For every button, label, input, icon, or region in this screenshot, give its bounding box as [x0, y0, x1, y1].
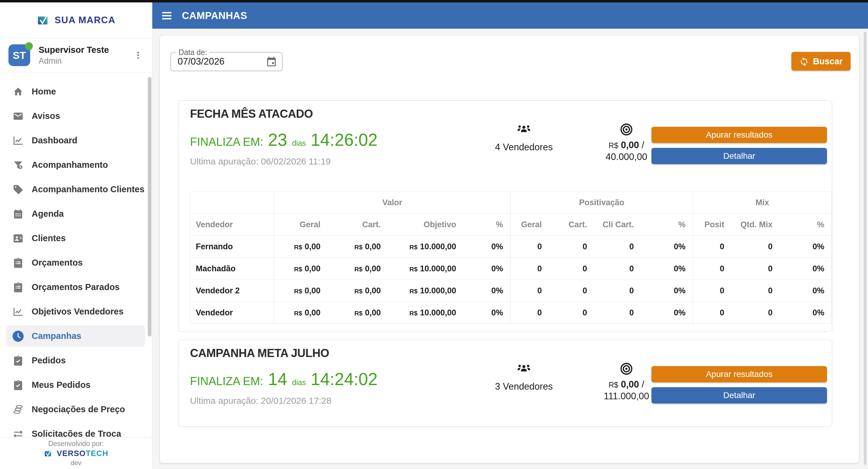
campaign-card: CAMPANHA META JULHO FINALIZA EM: 14 dias…: [178, 340, 832, 427]
table-cell: 0: [693, 302, 738, 324]
table-cell: 0: [738, 258, 786, 280]
table-cell: 0: [510, 280, 556, 302]
user-menu-kebab-icon[interactable]: [132, 48, 144, 62]
sidebar-item-dashboard[interactable]: Dashboard: [0, 128, 152, 153]
buscar-button[interactable]: Buscar: [792, 52, 850, 70]
table-cell: 0: [601, 280, 648, 302]
table-group-header: [190, 192, 274, 214]
table-column-header: Qtd. Mix: [738, 214, 786, 236]
finaliza-label: FINALIZA EM:: [190, 136, 263, 148]
table-row: FernandoR$0,00R$0,00R$10.000,000%0000%00…: [190, 236, 832, 258]
calendar-icon: [12, 208, 24, 220]
table-cell: R$0,00: [274, 280, 335, 302]
table-cell: 0%: [786, 302, 832, 324]
table-column-header: Geral: [274, 214, 335, 236]
target-icon: [619, 122, 633, 137]
table-cell: 0: [510, 258, 556, 280]
sidebar-item-agenda[interactable]: Agenda: [0, 202, 152, 226]
detalhar-button[interactable]: Detalhar: [651, 148, 827, 164]
funnel-dollar-icon: [12, 159, 24, 171]
sidebar-item-acompanhamento-clientes[interactable]: Acompanhamento Clientes: [0, 177, 152, 202]
sidebar-scrollbar[interactable]: [148, 77, 151, 336]
page-scrollbar[interactable]: [864, 32, 867, 465]
buscar-label: Buscar: [813, 56, 843, 66]
table-cell: 0%: [470, 258, 510, 280]
sidebar-item-negociacoes-de-preco[interactable]: Negociações de Preço: [0, 397, 152, 421]
countdown-days-unit: dias: [292, 378, 306, 387]
campaign-title: FECHA MÊS ATACADO: [190, 108, 313, 120]
table-cell: 0: [693, 280, 738, 302]
table-cell: 0: [556, 236, 601, 258]
clipboard-list-icon: [12, 257, 24, 269]
table-cell: 0%: [648, 236, 693, 258]
campaign-last-check: Ultima apuração: 20/01/2026 17:28: [190, 395, 332, 406]
table-cell: 0%: [648, 302, 693, 324]
clipboard-check-icon: [12, 379, 24, 391]
date-field[interactable]: Data de:: [170, 52, 283, 71]
countdown-days-unit: dias: [292, 139, 306, 148]
vendors-count: 3 Vendedores: [474, 381, 574, 392]
table-group-header: Mix: [693, 192, 832, 214]
sidebar-item-campanhas[interactable]: Campanhas: [0, 324, 152, 348]
people-group-icon: [516, 362, 531, 377]
people-group-icon: [516, 122, 531, 138]
sidebar-item-acompanhamento[interactable]: Acompanhamento: [0, 153, 152, 177]
sidebar-item-meus-pedidos[interactable]: Meus Pedidos: [0, 373, 152, 397]
sidebar-item-clientes[interactable]: Clientes: [0, 226, 152, 251]
versotech-tech: TECH: [86, 449, 108, 458]
table-column-header: %: [786, 214, 832, 236]
vendedor-name: Machadão: [190, 258, 274, 280]
table-column-header: Cart.: [335, 214, 395, 236]
table-row: MachadãoR$0,00R$0,00R$10.000,000%0000%00…: [190, 258, 832, 280]
sidebar-item-orcamentos[interactable]: Orçamentos: [0, 251, 152, 275]
date-input[interactable]: [178, 53, 253, 70]
user-role: Admin: [39, 56, 109, 66]
campaign-vendors: 4 Vendedores: [474, 122, 574, 153]
sidebar-item-pedidos[interactable]: Pedidos: [0, 348, 152, 373]
clipboard-list-icon: [12, 281, 24, 293]
sidebar-nav: Home Avisos Dashboard Acompanhamento Aco…: [0, 72, 152, 437]
top-black-strip: [0, 0, 868, 2]
table-column-header: Cli Cart.: [601, 214, 648, 236]
countdown-days: 23: [268, 130, 287, 150]
avatar-initials: ST: [13, 50, 26, 61]
countdown-time: 14:26:02: [311, 130, 378, 150]
mail-icon: [12, 110, 24, 122]
table-cell: 0%: [470, 236, 510, 258]
detalhar-button[interactable]: Detalhar: [651, 387, 827, 404]
avatar: ST: [8, 45, 30, 66]
campaign-countdown: FINALIZA EM: 23 dias 14:26:02: [190, 130, 378, 150]
sidebar-item-objetivos-vendedores[interactable]: Objetivos Vendedores: [0, 299, 152, 324]
sidebar-item-avisos[interactable]: Avisos: [0, 104, 152, 128]
calendar-picker-icon[interactable]: [266, 56, 277, 67]
table-cell: R$0,00: [274, 302, 335, 324]
campaign-card: FECHA MÊS ATACADO FINALIZA EM: 23 dias 1…: [178, 100, 832, 332]
developed-by-label: Desenvolvido por:: [48, 440, 104, 448]
table-cell: R$0,00: [274, 258, 335, 280]
table-cell: 0: [556, 280, 601, 302]
apurar-resultados-button[interactable]: Apurar resultados: [651, 127, 827, 143]
sidebar-item-orcamentos-parados[interactable]: Orçamentos Parados: [0, 275, 152, 299]
table-cell: R$0,00: [335, 302, 395, 324]
table-column-header: Cart.: [556, 214, 601, 236]
table-cell: R$0,00: [335, 280, 395, 302]
table-cell: R$10.000,00: [395, 302, 470, 324]
sidebar-footer: Desenvolvido por: VERSOTECH dev: [0, 437, 152, 469]
table-cell: 0: [556, 302, 601, 324]
vendors-count: 4 Vendedores: [474, 142, 574, 153]
brand-logo: SUA MARCA: [0, 2, 152, 38]
sidebar-item-home[interactable]: Home: [0, 79, 152, 104]
versotech-verso: VERSO: [57, 449, 86, 458]
target-icon: [619, 362, 633, 376]
campaign-countdown: FINALIZA EM: 14 dias 14:24:02: [190, 369, 378, 389]
table-column-header: Posit: [693, 214, 738, 236]
table-cell: R$0,00: [335, 258, 395, 280]
content-panel: Data de: Buscar FECHA MÊS ATACADO FINALI…: [160, 36, 859, 463]
topbar: CAMPANHAS: [152, 2, 868, 29]
chart-line-icon: [12, 135, 24, 147]
table-group-header: Valor: [274, 192, 510, 214]
apurar-resultados-button[interactable]: Apurar resultados: [651, 366, 827, 382]
table-cell: R$10.000,00: [395, 258, 470, 280]
sidebar-item-solicitacoes-de-troca[interactable]: Solicitações de Troca: [0, 421, 152, 437]
hamburger-menu-icon[interactable]: [159, 8, 174, 23]
